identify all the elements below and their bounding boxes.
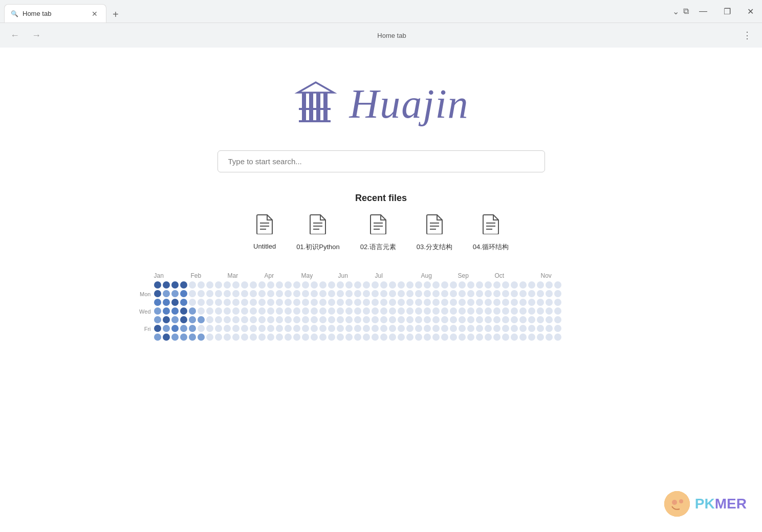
tab-search-icon: 🔍	[11, 10, 18, 17]
svg-rect-10	[323, 93, 328, 109]
tab-title: Home tab	[23, 10, 85, 17]
browser-menu-button[interactable]: ⋮	[738, 28, 756, 43]
file-name-2: 02.语言元素	[360, 242, 396, 252]
restore-button[interactable]: ❐	[715, 4, 739, 19]
forward-button[interactable]: →	[28, 28, 45, 43]
pkmer-logo-icon	[664, 491, 690, 517]
page-title: Home tab	[49, 32, 734, 39]
recent-files-list: Untitled 01.初识Python	[202, 214, 560, 252]
svg-rect-7	[302, 93, 306, 109]
tab-split-button[interactable]: ⧉	[681, 5, 691, 18]
recent-files-title: Recent files	[202, 193, 560, 204]
file-icon-2	[369, 214, 387, 238]
svg-rect-1	[302, 109, 306, 120]
svg-point-28	[679, 499, 683, 503]
svg-rect-6	[299, 120, 331, 122]
svg-point-27	[672, 500, 677, 505]
svg-rect-9	[316, 93, 320, 109]
svg-rect-8	[309, 93, 313, 109]
navigation-bar: ← → Home tab ⋮	[0, 23, 762, 48]
search-container	[217, 150, 545, 172]
new-tab-button[interactable]: +	[108, 7, 123, 23]
file-icon-4	[482, 214, 499, 238]
active-tab[interactable]: 🔍 Home tab ✕	[4, 4, 106, 23]
logo-text: Huajin	[349, 81, 469, 127]
file-item-4[interactable]: 04.循环结构	[473, 214, 509, 252]
file-item-2[interactable]: 02.语言元素	[360, 214, 396, 252]
svg-rect-3	[316, 109, 320, 120]
file-name-0: Untitled	[253, 242, 276, 250]
svg-rect-2	[309, 109, 313, 120]
logo-area: Huajin	[293, 78, 469, 130]
file-item-1[interactable]: 01.初识Python	[296, 214, 340, 252]
window-controls: ⌄ ⧉ — ❐ ✕	[670, 4, 762, 19]
file-icon-3	[426, 214, 443, 238]
pkmer-text: PKMER	[695, 496, 747, 512]
main-content: Huajin Recent files Untitled	[0, 48, 762, 532]
search-input[interactable]	[217, 150, 545, 172]
file-item-3[interactable]: 03.分支结构	[417, 214, 452, 252]
activity-heatmap: JanFebMarAprMayJunJulAugSepOctNovMonWedF…	[125, 272, 637, 341]
recent-files-section: Recent files Untitled	[202, 193, 560, 252]
minimize-button[interactable]: —	[691, 4, 715, 19]
svg-rect-4	[323, 109, 328, 120]
back-button[interactable]: ←	[6, 28, 24, 43]
tab-dropdown-button[interactable]: ⌄	[670, 5, 681, 18]
svg-marker-0	[298, 82, 334, 93]
close-button[interactable]: ✕	[739, 4, 762, 19]
pkmer-watermark: PKMER	[664, 491, 747, 517]
file-item-0[interactable]: Untitled	[253, 214, 276, 252]
file-name-3: 03.分支结构	[417, 242, 452, 252]
file-name-1: 01.初识Python	[296, 242, 340, 252]
svg-point-26	[664, 491, 690, 517]
tab-close-button[interactable]: ✕	[90, 9, 100, 19]
file-name-4: 04.循环结构	[473, 242, 509, 252]
logo-building-icon	[293, 78, 339, 130]
file-icon-0	[256, 214, 273, 238]
file-icon-1	[309, 214, 326, 238]
browser-chrome: 🔍 Home tab ✕ + ⌄ ⧉ — ❐ ✕	[0, 0, 762, 23]
